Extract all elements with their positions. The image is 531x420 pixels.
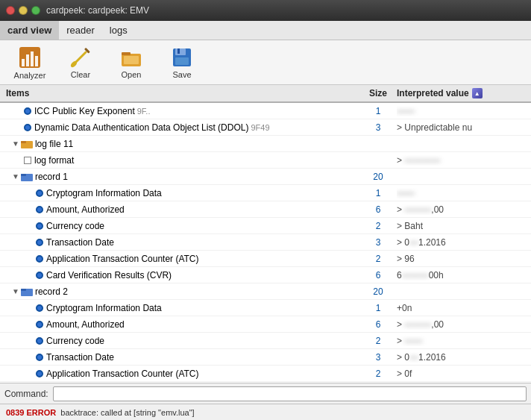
save-button[interactable]: Save [158, 43, 206, 82]
table-row[interactable]: Currency code 2 > —— [0, 333, 531, 349]
bullet-icon [36, 222, 43, 230]
row-interpreted-icc-pub-key: —— [397, 106, 531, 116]
row-interpreted-ddol: > Unpredictable nu [397, 122, 531, 133]
col-header-items: Items [0, 88, 359, 98]
toolbar: Analyzer Clear Open [0, 40, 531, 85]
clear-icon [69, 46, 92, 69]
row-name-crypto-2: Cryptogram Information Data [0, 303, 359, 313]
maximize-button[interactable] [31, 6, 40, 15]
row-size-record2: 20 [359, 286, 397, 297]
table-row[interactable]: Transaction Date 3 > 0—1.2016 [0, 234, 531, 251]
row-size-atc-2: 2 [359, 369, 397, 379]
svg-rect-1 [22, 59, 25, 66]
close-button[interactable] [6, 6, 15, 15]
folder-icon [21, 172, 33, 181]
error-code: 0839 ERROR [6, 408, 56, 417]
menubar: card view reader logs [0, 21, 531, 40]
row-size-ddol: 3 [359, 122, 397, 133]
row-name-atc-1: Application Transaction Counter (ATC) [0, 254, 359, 264]
expand-icon: ▼ [12, 140, 19, 148]
row-interpreted-currency-1: > Baht [397, 221, 531, 231]
row-interpreted-log-format: > ———— [397, 155, 531, 166]
row-interpreted-crypto-1: —— [397, 188, 531, 198]
svg-rect-16 [21, 141, 26, 143]
bullet-icon [36, 189, 43, 197]
table-header: Items Size Interpreted value ▲ [0, 85, 531, 103]
bullet-icon [36, 255, 43, 263]
svg-rect-2 [26, 54, 29, 66]
table-row[interactable]: log format > ———— [0, 152, 531, 169]
svg-line-5 [75, 52, 86, 63]
row-size-icc-pub-key: 1 [359, 106, 397, 116]
row-name-log-file: ▼ log file 11 [0, 139, 359, 149]
row-size-record1: 20 [359, 172, 397, 182]
table-row[interactable]: Currency code 2 > Baht [0, 218, 531, 234]
row-name-currency-2: Currency code [0, 336, 359, 346]
table-row[interactable]: ICC Public Key Exponent 9F.. 1 —— [0, 103, 531, 119]
table-row[interactable]: ▼ log file 11 [0, 136, 531, 152]
svg-rect-13 [177, 48, 180, 54]
row-interpreted-amount-2: > ———,00 [397, 319, 531, 330]
table-row[interactable]: Card Verification Results (CVR) 6 6———00… [0, 267, 531, 283]
table-row[interactable]: ▼ record 2 20 [0, 283, 531, 300]
folder-icon [21, 287, 33, 296]
sort-icon[interactable]: ▲ [472, 88, 483, 98]
analyzer-button[interactable]: Analyzer [6, 43, 54, 82]
bullet-icon [36, 354, 43, 361]
table-row[interactable]: ▼ record 1 20 [0, 169, 531, 185]
window-title: cardpeek: cardpeek: EMV [46, 5, 149, 16]
row-interpreted-txdate-2: > 0—1.2016 [397, 352, 531, 363]
open-button[interactable]: Open [107, 43, 155, 82]
save-label: Save [172, 70, 191, 79]
titlebar: cardpeek: cardpeek: EMV [0, 0, 531, 21]
row-name-currency-1: Currency code [0, 221, 359, 231]
menu-card-view[interactable]: card view [0, 21, 59, 40]
table-row[interactable]: Amount, Authorized 6 > ———,00 [0, 316, 531, 333]
row-size-crypto-2: 1 [359, 303, 397, 313]
row-size-amount-1: 6 [359, 204, 397, 215]
save-icon [170, 46, 194, 69]
row-size-crypto-1: 1 [359, 188, 397, 198]
minimize-button[interactable] [19, 6, 28, 15]
table-row[interactable]: Application Transaction Counter (ATC) 2 … [0, 251, 531, 267]
table-row[interactable]: Dynamic Data Authentication Data Object … [0, 119, 531, 136]
row-name-amount-1: Amount, Authorized [0, 204, 359, 215]
bullet-empty-icon [24, 157, 31, 164]
row-size-amount-2: 6 [359, 319, 397, 330]
bullet-icon [24, 107, 31, 115]
svg-rect-3 [31, 51, 34, 66]
table-row[interactable]: Transaction Date 3 > 0—1.2016 [0, 349, 531, 366]
row-size-cvr-1: 6 [359, 270, 397, 280]
analyzer-icon [18, 46, 42, 69]
svg-rect-14 [175, 57, 189, 65]
table-row[interactable]: Amount, Authorized 6 > ———,00 [0, 201, 531, 218]
expand-icon: ▼ [12, 287, 19, 295]
table-row[interactable]: Cryptogram Information Data 1 +0n [0, 300, 531, 316]
tree-view[interactable]: ICC Public Key Exponent 9F.. 1 —— Dynami… [0, 103, 531, 383]
menu-logs[interactable]: logs [102, 21, 135, 40]
clear-label: Clear [71, 70, 90, 79]
window-controls [6, 6, 40, 15]
menu-reader[interactable]: reader [59, 21, 102, 40]
status-message: backtrace: called at [string "emv.lua"] [60, 408, 194, 417]
svg-rect-10 [124, 56, 139, 64]
row-name-amount-2: Amount, Authorized [0, 319, 359, 330]
clear-button[interactable]: Clear [57, 43, 104, 82]
table-row[interactable]: Cryptogram Information Data 1 —— [0, 185, 531, 201]
row-size-currency-2: 2 [359, 336, 397, 346]
svg-rect-20 [21, 289, 26, 291]
svg-rect-9 [122, 52, 131, 55]
expand-icon: ▼ [12, 172, 19, 181]
row-name-txdate-2: Transaction Date [0, 352, 359, 363]
command-input[interactable] [53, 386, 527, 401]
col-header-size: Size [359, 88, 397, 98]
bullet-icon [36, 304, 43, 312]
row-name-cvr-1: Card Verification Results (CVR) [0, 270, 359, 280]
bullet-icon [24, 124, 31, 131]
bullet-icon [36, 337, 43, 345]
statusbar: 0839 ERROR backtrace: called at [string … [0, 404, 531, 420]
bullet-icon [36, 272, 43, 279]
bullet-icon [36, 239, 43, 246]
row-name-record2: ▼ record 2 [0, 286, 359, 297]
table-row[interactable]: Application Transaction Counter (ATC) 2 … [0, 366, 531, 382]
